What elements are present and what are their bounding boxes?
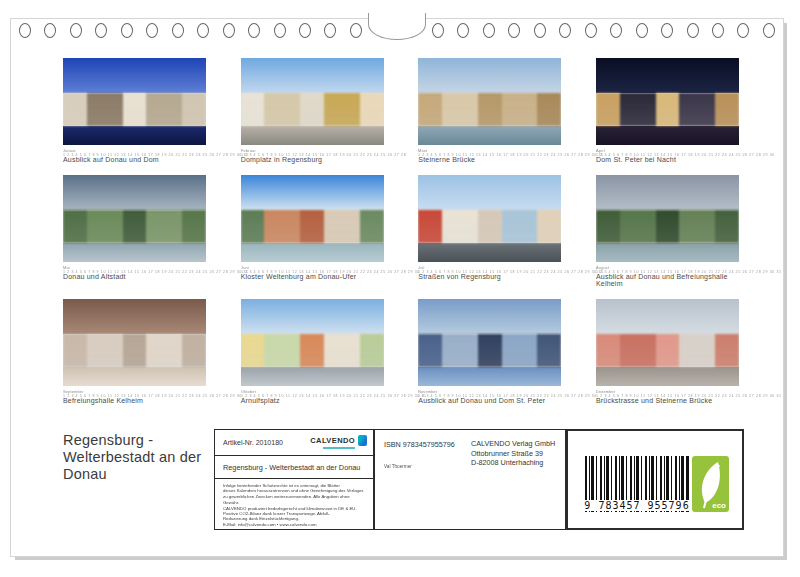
- spiral-hole: [19, 23, 31, 38]
- mini-calendar-month-label: August: [596, 265, 738, 269]
- photo-ground: [63, 243, 206, 262]
- info-title-row: Regensburg - Welterbestadt an der Donau: [215, 456, 373, 479]
- mini-calendar-month-label: Juli: [418, 265, 560, 269]
- spiral-hole: [737, 23, 749, 38]
- month-cell: März 1 2 3 4 5 6 7 8 9 10 11 12 13 14 15…: [418, 58, 561, 163]
- spiral-hole: [44, 23, 56, 38]
- legal-text: Infolge bestehender Schutzrechte ist es …: [223, 483, 372, 529]
- photo-sky: [596, 175, 739, 210]
- month-caption: Steinerne Brücke: [418, 156, 561, 163]
- photo-ground: [63, 367, 206, 386]
- month-caption: Dom St. Peter bei Nacht: [596, 156, 739, 163]
- mini-calendar-month-label: Februar: [241, 148, 383, 152]
- mini-calendar-month-label: März: [418, 148, 560, 152]
- mini-calendar: Januar 1 2 3 4 5 6 7 8 9 10 11 12 13 14 …: [63, 148, 205, 156]
- spiral-hole: [350, 23, 362, 38]
- photo-ground: [241, 243, 384, 262]
- mini-calendar-days: 1 2 3 4 5 6 7 8 9 10 11 12 13 14 15 16 1…: [63, 153, 205, 157]
- photo-sky: [418, 175, 561, 210]
- photo-sky: [63, 58, 206, 93]
- spiral-holes-right: [432, 23, 775, 38]
- photo-ground: [241, 367, 384, 386]
- barcode-box: 9 783457 955796 eco: [566, 429, 744, 530]
- mini-calendar-days: 1 2 3 4 5 6 7 8 9 10 11 12 13 14 15 16 1…: [418, 270, 560, 274]
- mini-calendar-days: 1 2 3 4 5 6 7 8 9 10 11 12 13 14 15 16 1…: [596, 153, 738, 157]
- spiral-hole: [636, 23, 648, 38]
- photo-buildings: [596, 210, 739, 243]
- photo-ground: [63, 126, 206, 145]
- publisher-address: CALVENDO Verlag GmbH Ottobrunner Straße …: [471, 439, 555, 468]
- month-caption: Arnulfsplatz: [241, 397, 384, 404]
- month-photo: [241, 175, 384, 262]
- photo-sky: [63, 175, 206, 210]
- legal-section: Infolge bestehender Schutzrechte ist es …: [215, 479, 373, 546]
- mini-calendar: August 1 2 3 4 5 6 7 8 9 10 11 12 13 14 …: [596, 265, 738, 273]
- spiral-hole: [534, 23, 546, 38]
- photo-buildings: [241, 210, 384, 243]
- month-caption: Kloster Weltenburg am Donau-Ufer: [241, 273, 384, 280]
- mini-calendar: Juli 1 2 3 4 5 6 7 8 9 10 11 12 13 14 15…: [418, 265, 560, 273]
- mini-calendar-days: 1 2 3 4 5 6 7 8 9 10 11 12 13 14 15 16 1…: [63, 270, 205, 274]
- mini-calendar-days: 1 2 3 4 5 6 7 8 9 10 11 12 13 14 15 16 1…: [63, 394, 205, 398]
- photo-buildings: [63, 93, 206, 126]
- mini-calendar-month-label: Januar: [63, 148, 205, 152]
- month-cell: Mai 1 2 3 4 5 6 7 8 9 10 11 12 13 14 15 …: [63, 175, 206, 287]
- month-photo: [241, 299, 384, 386]
- mini-calendar-days: 1 2 3 4 5 6 7 8 9 10 11 12 13 14 15 16 1…: [241, 270, 383, 274]
- mini-calendar: Oktober 1 2 3 4 5 6 7 8 9 10 11 12 13 14…: [241, 389, 383, 397]
- mini-calendar-days: 1 2 3 4 5 6 7 8 9 10 11 12 13 14 15 16 1…: [418, 153, 560, 157]
- spiral-hole: [559, 23, 571, 38]
- mini-calendar-month-label: Mai: [63, 265, 205, 269]
- mini-calendar-days: 1 2 3 4 5 6 7 8 9 10 11 12 13 14 15 16 1…: [596, 270, 738, 274]
- month-caption: Ausblick auf Donau und Befreiungshalle K…: [596, 273, 739, 287]
- spiral-hole: [712, 23, 724, 38]
- publisher-box: ISBN 9783457955796 Val Thoermer CALVENDO…: [374, 429, 566, 530]
- spiral-hole: [223, 23, 235, 38]
- photo-sky: [418, 58, 561, 93]
- photo-buildings: [418, 334, 561, 367]
- spiral-hole: [248, 23, 260, 38]
- month-photo: [418, 58, 561, 145]
- mini-calendar-month-label: September: [63, 389, 205, 393]
- month-cell: Dezember 1 2 3 4 5 6 7 8 9 10 11 12 13 1…: [596, 299, 739, 404]
- calendar-back-sheet: Januar 1 2 3 4 5 6 7 8 9 10 11 12 13 14 …: [10, 18, 784, 557]
- mini-calendar-days: 1 2 3 4 5 6 7 8 9 10 11 12 13 14 15 16 1…: [241, 153, 383, 157]
- publisher-street: Ottobrunner Straße 39: [471, 449, 555, 459]
- spiral-hole: [121, 23, 133, 38]
- photo-ground: [596, 367, 739, 386]
- mini-calendar-month-label: April: [596, 148, 738, 152]
- month-photo: [63, 58, 206, 145]
- month-caption: Befreiungshalle Kelheim: [63, 397, 206, 404]
- publisher-city: D-82008 Unterhaching: [471, 458, 555, 468]
- spiral-hole: [432, 23, 444, 38]
- photographer-credit: Val Thoermer: [384, 464, 412, 469]
- calvendo-logo: CALVENDO: [310, 435, 367, 449]
- photo-buildings: [596, 334, 739, 367]
- spiral-hole: [274, 23, 286, 38]
- photo-sky: [596, 58, 739, 93]
- mini-calendar-month-label: Juni: [241, 265, 383, 269]
- spiral-hole: [763, 23, 775, 38]
- article-number: Artikel-Nr. 2010180: [223, 439, 283, 446]
- month-photo: [418, 299, 561, 386]
- month-caption: Brückstrasse und Steinerne Brücke: [596, 397, 739, 404]
- month-photo: [63, 299, 206, 386]
- month-photo: [63, 175, 206, 262]
- photo-buildings: [241, 93, 384, 126]
- calvendo-logo-text: CALVENDO: [310, 436, 355, 445]
- mini-calendar-days: 1 2 3 4 5 6 7 8 9 10 11 12 13 14 15 16 1…: [418, 394, 560, 398]
- month-cell: Januar 1 2 3 4 5 6 7 8 9 10 11 12 13 14 …: [63, 58, 206, 163]
- month-caption: Ausblick auf Donau und Dom St. Peter: [418, 397, 561, 404]
- hanger-cutout: [368, 13, 426, 40]
- mini-calendar-days: 1 2 3 4 5 6 7 8 9 10 11 12 13 14 15 16 1…: [596, 394, 738, 398]
- spiral-hole: [324, 23, 336, 38]
- month-cell: April 1 2 3 4 5 6 7 8 9 10 11 12 13 14 1…: [596, 58, 739, 163]
- spiral-hole: [299, 23, 311, 38]
- mini-calendar: Mai 1 2 3 4 5 6 7 8 9 10 11 12 13 14 15 …: [63, 265, 205, 273]
- mini-calendar-month-label: November: [418, 389, 560, 393]
- spiral-hole: [483, 23, 495, 38]
- photo-buildings: [63, 210, 206, 243]
- photo-sky: [596, 299, 739, 334]
- barcode-digits: 9 783457 955796: [576, 500, 698, 511]
- mini-calendar: März 1 2 3 4 5 6 7 8 9 10 11 12 13 14 15…: [418, 148, 560, 156]
